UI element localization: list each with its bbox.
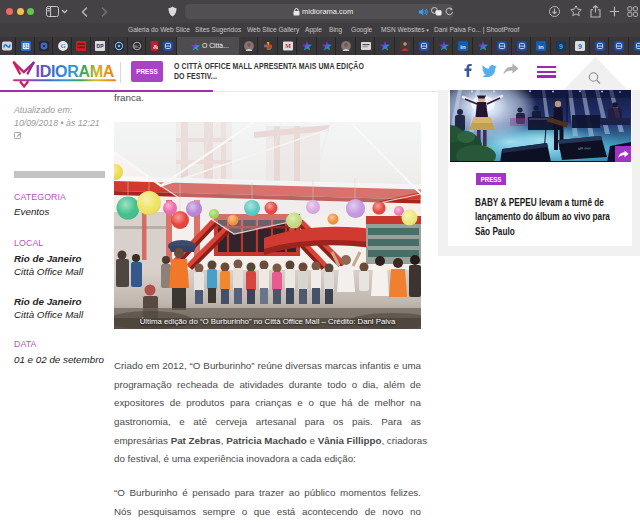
svg-text:IDIORAMA: IDIORAMA — [36, 63, 115, 80]
